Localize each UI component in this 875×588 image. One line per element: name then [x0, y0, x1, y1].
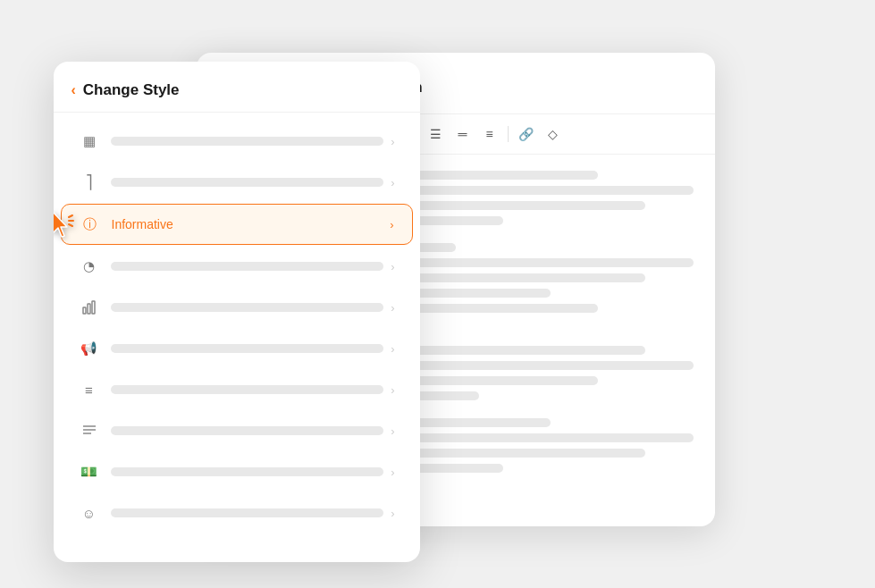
align-right-icon[interactable]: ≡ — [479, 123, 501, 145]
chevron-right-icon: › — [391, 424, 394, 438]
separator — [508, 126, 509, 142]
archive-icon: 💵 — [79, 461, 100, 483]
list-detail-icon — [79, 420, 100, 441]
chevron-right-icon: › — [391, 383, 394, 397]
style-item-announce[interactable]: 📢 › — [61, 329, 413, 368]
block-icon: ▦ — [79, 130, 100, 152]
style-panel-header: ‹ Change Style — [54, 62, 420, 113]
chevron-right-icon: › — [390, 218, 393, 231]
style-item-block[interactable]: ▦ › — [61, 122, 413, 161]
svg-line-3 — [69, 224, 72, 226]
style-item-bar — [111, 385, 384, 394]
style-item-bar — [111, 344, 384, 353]
chevron-right-icon: › — [391, 176, 394, 189]
eraser-icon[interactable]: ◇ — [543, 123, 564, 145]
style-list: ▦ › ⎤ › ⓘ Informative › — [54, 113, 420, 558]
style-item-menu[interactable]: ≡ › — [61, 370, 413, 409]
style-panel-title: Change Style — [83, 81, 180, 99]
menu-lines-icon: ≡ — [79, 379, 100, 400]
quote-icon: ◔ — [79, 256, 100, 277]
back-button[interactable]: ‹ — [72, 82, 76, 98]
align-center-icon[interactable]: ═ — [452, 123, 474, 145]
svg-marker-0 — [54, 212, 67, 237]
style-item-chart[interactable]: › — [61, 288, 413, 327]
chevron-right-icon: › — [391, 260, 394, 273]
cursor-pointer — [54, 210, 74, 239]
style-item-bar — [111, 178, 384, 187]
style-item-bar — [111, 262, 384, 271]
style-item-archive[interactable]: 💵 › — [61, 452, 413, 491]
style-item-informative[interactable]: ⓘ Informative › — [61, 204, 413, 245]
chevron-right-icon: › — [391, 301, 394, 315]
chevron-right-icon: › — [391, 135, 394, 148]
style-item-bar — [111, 303, 384, 312]
info-circle-icon: ⓘ — [80, 214, 101, 235]
style-item-emoji[interactable]: ☺ › — [61, 493, 413, 533]
chevron-right-icon: › — [391, 342, 394, 356]
text-cursor-icon: ⎤ — [79, 172, 100, 193]
align-left-icon[interactable]: ☰ — [425, 123, 447, 145]
style-item-bar — [111, 137, 384, 146]
style-item-list[interactable]: › — [61, 411, 413, 450]
chart-icon — [79, 297, 100, 318]
style-item-text[interactable]: ⎤ › — [61, 163, 413, 202]
style-item-quote[interactable]: ◔ › — [61, 247, 413, 286]
svg-line-1 — [69, 215, 72, 217]
chevron-right-icon: › — [391, 466, 394, 479]
svg-rect-4 — [83, 307, 86, 314]
style-item-bar — [111, 508, 384, 517]
style-item-label: Informative — [112, 217, 383, 231]
megaphone-icon: 📢 — [79, 338, 100, 359]
chevron-right-icon: › — [391, 507, 394, 520]
svg-rect-5 — [88, 304, 90, 314]
emoji-icon: ☺ — [79, 502, 100, 524]
svg-rect-6 — [92, 301, 95, 314]
style-item-bar — [111, 426, 384, 435]
style-item-bar — [111, 467, 384, 476]
style-card: ‹ Change Style ▦ › ⎤ › ⓘ Informative › — [54, 62, 420, 562]
link-icon[interactable]: 🔗 — [516, 123, 537, 145]
